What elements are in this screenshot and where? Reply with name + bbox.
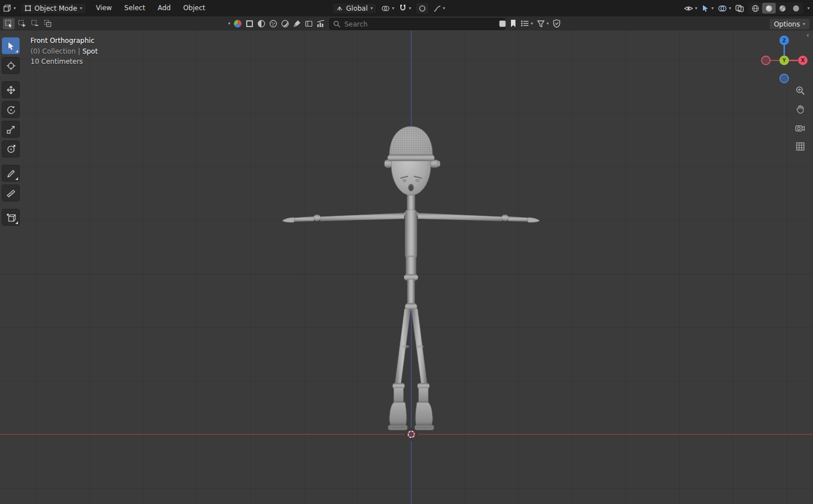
menu-select[interactable]: Select bbox=[118, 0, 151, 16]
chevron-down-icon: ▾ bbox=[547, 21, 549, 26]
xray-icon bbox=[735, 5, 744, 12]
tool-move[interactable] bbox=[2, 81, 20, 98]
gizmo-neg-x-ball[interactable] bbox=[762, 56, 770, 65]
tool-annotate[interactable] bbox=[2, 165, 20, 182]
overlays-dropdown[interactable]: ▾ bbox=[718, 5, 731, 12]
chevron-down-icon: ▾ bbox=[14, 6, 16, 11]
filter-dropdown[interactable]: ▾ bbox=[537, 20, 549, 28]
hand-icon bbox=[795, 104, 805, 114]
pivot-point-icon bbox=[381, 5, 390, 12]
gizmo-neg-z-ball[interactable] bbox=[780, 74, 789, 83]
collection-label: (0) Collection bbox=[30, 47, 76, 55]
select-mode-extend-button[interactable] bbox=[16, 18, 28, 29]
character-right-boot bbox=[415, 383, 434, 430]
ortho-grid-button[interactable] bbox=[794, 141, 806, 152]
object-mode-icon bbox=[24, 5, 32, 12]
shading-mode-group bbox=[748, 2, 803, 14]
xray-toggle[interactable] bbox=[735, 5, 744, 12]
chevron-down-icon: ▾ bbox=[409, 6, 411, 11]
select-mode-subtract-button[interactable] bbox=[29, 18, 41, 29]
solid-shading-button[interactable] bbox=[762, 3, 776, 14]
wireframe-shading-button[interactable] bbox=[749, 3, 762, 14]
visibility-icon bbox=[684, 5, 693, 12]
menu-view[interactable]: View bbox=[90, 0, 118, 16]
chevron-down-icon: ▾ bbox=[803, 22, 805, 27]
cursor-tool-icon bbox=[6, 61, 16, 71]
filter-funnel-icon bbox=[537, 20, 545, 28]
tool-measure[interactable] bbox=[2, 185, 20, 201]
topbar: ▾ Object Mode ▾ View Select Add Object bbox=[0, 0, 813, 17]
collapse-chevron[interactable]: ▾ bbox=[228, 21, 230, 26]
transform-orientation-dropdown[interactable]: Global ▾ bbox=[332, 3, 377, 14]
character-left-boot bbox=[388, 383, 408, 430]
zoom-button[interactable] bbox=[794, 85, 806, 96]
gizmos-icon bbox=[701, 4, 710, 12]
object-visibility-dropdown[interactable]: ▾ bbox=[684, 5, 697, 12]
3d-viewport-editor-icon bbox=[2, 3, 12, 13]
sidebar-collapse-toggle[interactable]: ‹ bbox=[806, 30, 810, 40]
zoom-icon bbox=[795, 86, 805, 95]
shading-dropdown-chevron[interactable]: ▾ bbox=[807, 6, 810, 11]
transform-icon bbox=[6, 144, 16, 154]
tool-cursor[interactable] bbox=[2, 57, 20, 74]
blender-window: ▾ Object Mode ▾ View Select Add Object bbox=[0, 0, 813, 504]
pan-button[interactable] bbox=[794, 103, 806, 115]
select-subtract-icon bbox=[30, 19, 39, 28]
annotate-icon bbox=[6, 169, 16, 178]
navigation-gizmo[interactable]: Z X Y bbox=[760, 35, 809, 84]
shaded-sphere-icon[interactable] bbox=[281, 19, 290, 28]
chevron-down-icon: ▾ bbox=[729, 6, 731, 11]
editor-type-dropdown[interactable]: ▾ bbox=[2, 3, 16, 13]
search-input[interactable] bbox=[343, 20, 501, 29]
histogram-icon[interactable] bbox=[316, 19, 325, 28]
chevron-down-icon: ▾ bbox=[80, 6, 82, 11]
proportional-falloff-dropdown[interactable]: ▾ bbox=[434, 5, 445, 12]
square-icon[interactable] bbox=[245, 19, 254, 28]
menu-object[interactable]: Object bbox=[177, 0, 211, 16]
mode-dropdown[interactable]: Object Mode ▾ bbox=[20, 3, 86, 14]
brush-icon[interactable] bbox=[292, 19, 301, 28]
camera-view-button[interactable] bbox=[794, 122, 806, 133]
material-shading-button[interactable] bbox=[776, 3, 789, 14]
tool-select-box[interactable] bbox=[2, 37, 20, 54]
subtool-indicator bbox=[15, 50, 18, 52]
gizmos-dropdown[interactable]: ▾ bbox=[701, 4, 714, 12]
dotted-sphere-icon[interactable] bbox=[269, 19, 278, 28]
tool-rotate[interactable] bbox=[2, 101, 20, 118]
select-box-icon bbox=[6, 41, 16, 51]
options-dropdown[interactable]: Options ▾ bbox=[769, 18, 810, 30]
select-mode-set-button[interactable] bbox=[3, 18, 15, 29]
select-extend-icon bbox=[18, 19, 26, 28]
move-icon bbox=[6, 85, 16, 95]
viewport-scene[interactable] bbox=[0, 30, 813, 504]
small-square-icon[interactable] bbox=[499, 20, 506, 27]
bookmark-icon[interactable] bbox=[510, 19, 517, 28]
active-object-label: Spot bbox=[82, 47, 98, 55]
tool-transform[interactable] bbox=[2, 141, 20, 157]
mode-dropdown-label: Object Mode bbox=[34, 5, 77, 12]
chevron-down-icon: ▾ bbox=[392, 6, 394, 11]
select-mode-intersect-button[interactable] bbox=[42, 18, 54, 29]
proportional-editing-toggle[interactable] bbox=[416, 2, 429, 14]
chevron-down-icon: ▾ bbox=[711, 6, 714, 11]
chevron-down-icon: ▾ bbox=[443, 6, 445, 11]
chevron-down-icon: ▾ bbox=[695, 6, 697, 11]
rendered-shading-button[interactable] bbox=[789, 3, 803, 14]
contrast-sphere-icon[interactable] bbox=[257, 19, 266, 28]
pivot-point-dropdown[interactable]: ▾ bbox=[381, 5, 394, 12]
rendered-shading-icon bbox=[792, 5, 800, 12]
snapping-dropdown[interactable]: ▾ bbox=[399, 4, 411, 12]
tool-add-cube[interactable] bbox=[2, 209, 20, 226]
gizmo-x-label: X bbox=[801, 58, 805, 63]
tool-scale[interactable] bbox=[2, 121, 20, 138]
display-mode-icon bbox=[521, 20, 529, 27]
menu-add[interactable]: Add bbox=[151, 0, 177, 16]
viewport-3d[interactable]: Front Orthographic (0) Collection | Spot… bbox=[0, 30, 813, 504]
search-icon bbox=[333, 20, 340, 28]
shield-check-icon[interactable] bbox=[553, 19, 561, 28]
color-sphere-icon[interactable] bbox=[233, 19, 242, 28]
box-icon[interactable] bbox=[304, 19, 313, 28]
overlays-icon bbox=[718, 5, 727, 12]
viewport-nav-buttons bbox=[794, 85, 806, 152]
display-mode-dropdown[interactable]: ▾ bbox=[521, 20, 533, 27]
